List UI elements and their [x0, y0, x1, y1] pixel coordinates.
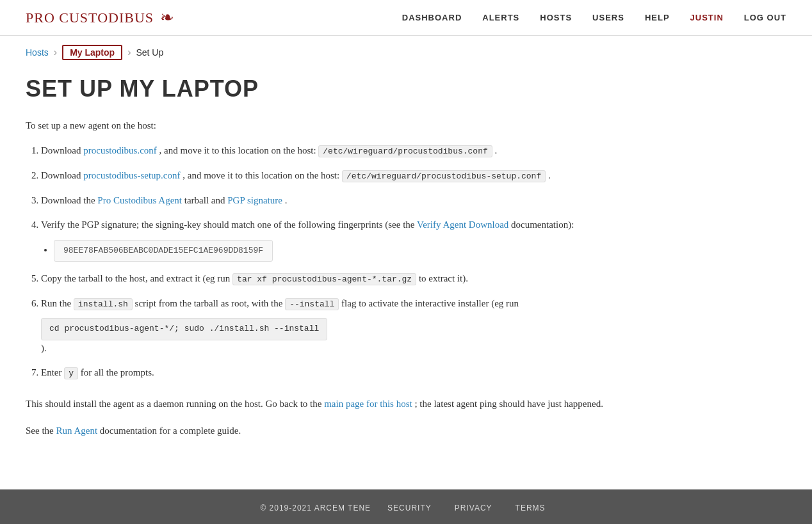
step-5: Copy the tarball to the host, and extrac…: [41, 271, 615, 287]
step-2-link-setup-conf[interactable]: procustodibus-setup.conf: [83, 170, 180, 180]
step-6-code-3: cd procustodibus-agent-*/; sudo ./instal…: [41, 318, 327, 340]
step-2-text-before: Download: [41, 170, 83, 180]
nav-dashboard[interactable]: Dashboard: [402, 13, 462, 22]
step-2: Download procustodibus-setup.conf , and …: [41, 168, 615, 184]
footer-terms[interactable]: Terms: [516, 504, 546, 512]
breadcrumb: Hosts › My Laptop › Set Up: [0, 36, 812, 69]
step-3-text-after: .: [285, 195, 288, 205]
footer: © 2019-2021 Arcem Tene Security Privacy …: [0, 489, 812, 524]
nav-user[interactable]: JusTIN: [690, 13, 724, 22]
step-6-text-middle: script from the tarball as root, with th…: [135, 298, 286, 308]
step-4-link-verify[interactable]: Verify Agent Download: [417, 219, 508, 230]
step-4-text-before: Verify the PGP signature; the signing-ke…: [41, 219, 417, 230]
fingerprint-list: 98EE78FAB506BEABC0DADE15EFC1AE969DD8159F: [54, 237, 615, 262]
step-2-text-middle: , and move it to this location on the ho…: [183, 170, 342, 180]
breadcrumb-separator-1: ›: [54, 47, 57, 58]
breadcrumb-my-laptop[interactable]: My Laptop: [62, 45, 122, 60]
paragraph-2-link[interactable]: Run Agent: [56, 425, 97, 436]
step-2-code: /etc/wireguard/procustodibus-setup.conf: [342, 170, 546, 182]
step-6-text-middle2: flag to activate the interactive install…: [341, 298, 519, 308]
step-6-code-1: install.sh: [74, 298, 133, 310]
nav-help[interactable]: Help: [645, 13, 670, 22]
main-content: Set Up My Laptop To set up a new agent o…: [0, 69, 640, 475]
step-7-text-after: for all the prompts.: [81, 367, 154, 377]
breadcrumb-current: Set Up: [136, 47, 163, 58]
step-7-text-before: Enter: [41, 367, 64, 377]
step-3-link-agent[interactable]: Pro Custodibus Agent: [97, 195, 182, 205]
step-1: Download procustodibus.conf , and move i…: [41, 143, 615, 159]
footer-inner: © 2019-2021 Arcem Tene Security Privacy …: [26, 504, 786, 512]
setup-steps: Download procustodibus.conf , and move i…: [41, 143, 615, 381]
step-3: Download the Pro Custodibus Agent tarbal…: [41, 193, 615, 208]
step-5-text-before: Copy the tarball to the host, and extrac…: [41, 273, 232, 283]
paragraph-1-link[interactable]: main page for this host: [324, 399, 412, 409]
step-6-code-2: --install: [285, 298, 339, 310]
paragraph-1-before: This should install the agent as a daemo…: [26, 399, 324, 409]
step-6-text-after: ).: [41, 343, 47, 353]
step-1-text-before: Download: [41, 145, 83, 155]
step-1-code: /etc/wireguard/procustodibus.conf: [318, 145, 492, 157]
footer-copyright: © 2019-2021 Arcem Tene: [260, 504, 371, 512]
paragraph-2-after: documentation for a complete guide.: [100, 425, 241, 436]
nav-users[interactable]: Users: [592, 13, 624, 22]
step-7: Enter y for all the prompts.: [41, 365, 615, 381]
step-3-text-middle: tarball and: [184, 195, 227, 205]
step-4-text-middle: documentation):: [511, 219, 574, 230]
footer-security[interactable]: Security: [387, 504, 432, 512]
nav-hosts[interactable]: Hosts: [540, 13, 572, 22]
header: Pro Custodibus ❧ Dashboard Alerts Hosts …: [0, 0, 812, 36]
footer-privacy[interactable]: Privacy: [455, 504, 492, 512]
step-1-link-conf[interactable]: procustodibus.conf: [83, 145, 157, 155]
fingerprint-item: 98EE78FAB506BEABC0DADE15EFC1AE969DD8159F: [54, 237, 615, 262]
step-3-text-before: Download the: [41, 195, 97, 205]
step-4: Verify the PGP signature; the signing-ke…: [41, 217, 615, 262]
logo-text: Pro Custodibus: [26, 10, 154, 26]
paragraph-1: This should install the agent as a daemo…: [26, 396, 615, 411]
step-7-code: y: [64, 367, 78, 379]
nav-logout[interactable]: Log Out: [744, 13, 786, 22]
page-title: Set Up My Laptop: [26, 75, 615, 102]
paragraph-1-after: ; the latest agent ping should have just…: [414, 399, 603, 409]
step-2-text-after: .: [548, 170, 551, 180]
step-5-text-after: to extract it).: [419, 273, 468, 283]
step-3-link-pgp[interactable]: PGP signature: [227, 195, 282, 205]
step-5-code: tar xf procustodibus-agent-*.tar.gz: [232, 273, 416, 285]
intro-text: To set up a new agent on the host:: [26, 120, 615, 131]
nav-alerts[interactable]: Alerts: [482, 13, 519, 22]
breadcrumb-hosts[interactable]: Hosts: [26, 47, 49, 58]
step-1-text-after: .: [495, 145, 498, 155]
fingerprint-value: 98EE78FAB506BEABC0DADE15EFC1AE969DD8159F: [54, 240, 273, 262]
paragraph-2-before: See the: [26, 425, 56, 436]
paragraph-2: See the Run Agent documentation for a co…: [26, 423, 615, 438]
step-1-text-middle: , and move it to this location on the ho…: [159, 145, 319, 155]
step-6-text-before: Run the: [41, 298, 74, 308]
main-nav: Dashboard Alerts Hosts Users Help JusTIN…: [402, 13, 786, 22]
breadcrumb-separator-2: ›: [127, 47, 131, 58]
step-6: Run the install.sh script from the tarba…: [41, 296, 615, 356]
logo-area: Pro Custodibus ❧: [26, 8, 174, 28]
logo-icon: ❧: [160, 8, 174, 28]
